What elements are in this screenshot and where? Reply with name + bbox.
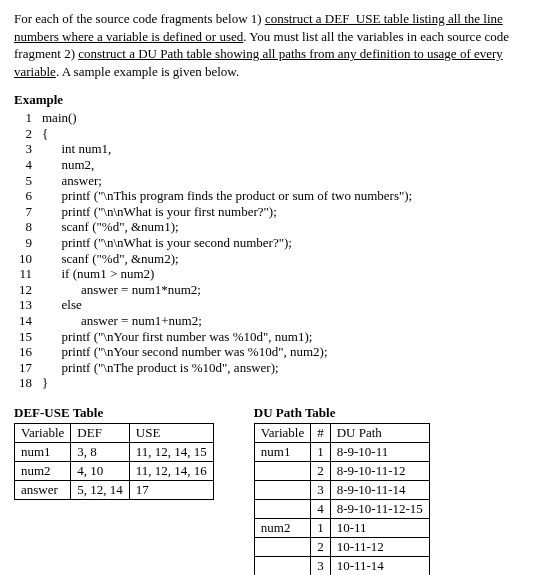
cell: 1 [311, 518, 331, 537]
code-text: num2, [42, 157, 416, 173]
table-header-row: Variable DEF USE [15, 423, 214, 442]
cell: 1 [311, 442, 331, 461]
instr-text: For each of the source code fragments be… [14, 11, 265, 26]
cell [254, 556, 310, 575]
cell [254, 499, 310, 518]
cell: 2 [311, 537, 331, 556]
table-row: 28-9-10-11-12 [254, 461, 429, 480]
cell: 11, 12, 14, 16 [129, 461, 213, 480]
cell: num1 [254, 442, 310, 461]
code-line: 4 num2, [14, 157, 416, 173]
code-text: if (num1 > num2) [42, 266, 416, 282]
code-text: printf ("\nThe product is %10d", answer)… [42, 360, 416, 376]
cell: answer [15, 480, 71, 499]
code-text: printf ("\n\nWhat is your second number?… [42, 235, 416, 251]
code-text: printf ("\n\nWhat is your first number?"… [42, 204, 416, 220]
code-text: printf ("\nThis program finds the produc… [42, 188, 416, 204]
cell: 8-9-10-11-12 [330, 461, 429, 480]
col-variable: Variable [254, 423, 310, 442]
code-line: 3 int num1, [14, 141, 416, 157]
cell: num1 [15, 442, 71, 461]
table-row: 210-11-12 [254, 537, 429, 556]
line-number: 15 [14, 329, 42, 345]
table-row: num24, 1011, 12, 14, 16 [15, 461, 214, 480]
code-line: 12 answer = num1*num2; [14, 282, 416, 298]
line-number: 14 [14, 313, 42, 329]
line-number: 2 [14, 126, 42, 142]
cell: num2 [254, 518, 310, 537]
code-text: answer = num1*num2; [42, 282, 416, 298]
code-line: 15 printf ("\nYour first number was %10d… [14, 329, 416, 345]
cell: 8-9-10-11-12-15 [330, 499, 429, 518]
cell: 3, 8 [71, 442, 130, 461]
col-dupath: DU Path [330, 423, 429, 442]
defuse-block: DEF-USE Table Variable DEF USE num13, 81… [14, 405, 214, 575]
code-line: 1main() [14, 110, 416, 126]
code-text: main() [42, 110, 416, 126]
instructions-paragraph: For each of the source code fragments be… [14, 10, 520, 80]
dupath-block: DU Path Table Variable # DU Path num118-… [254, 405, 430, 575]
table-row: 310-11-14 [254, 556, 429, 575]
cell: 2 [311, 461, 331, 480]
code-line: 7 printf ("\n\nWhat is your first number… [14, 204, 416, 220]
line-number: 7 [14, 204, 42, 220]
table-row: 48-9-10-11-12-15 [254, 499, 429, 518]
line-number: 8 [14, 219, 42, 235]
code-text: answer = num1+num2; [42, 313, 416, 329]
code-line: 17 printf ("\nThe product is %10d", answ… [14, 360, 416, 376]
line-number: 1 [14, 110, 42, 126]
cell: 4 [311, 499, 331, 518]
cell: num2 [15, 461, 71, 480]
code-line: 9 printf ("\n\nWhat is your second numbe… [14, 235, 416, 251]
table-header-row: Variable # DU Path [254, 423, 429, 442]
code-line: 5 answer; [14, 173, 416, 189]
defuse-title: DEF-USE Table [14, 405, 214, 421]
code-text: printf ("\nYour first number was %10d", … [42, 329, 416, 345]
code-text: int num1, [42, 141, 416, 157]
table-row: num2110-11 [254, 518, 429, 537]
line-number: 3 [14, 141, 42, 157]
cell: 17 [129, 480, 213, 499]
line-number: 16 [14, 344, 42, 360]
tables-container: DEF-USE Table Variable DEF USE num13, 81… [14, 405, 520, 575]
table-row: num118-9-10-11 [254, 442, 429, 461]
line-number: 17 [14, 360, 42, 376]
cell [254, 480, 310, 499]
line-number: 10 [14, 251, 42, 267]
cell: 10-11-12 [330, 537, 429, 556]
code-text: scanf ("%d", &num1); [42, 219, 416, 235]
cell: 5, 12, 14 [71, 480, 130, 499]
code-line: 13 else [14, 297, 416, 313]
code-text: } [42, 375, 416, 391]
table-row: 38-9-10-11-14 [254, 480, 429, 499]
example-heading: Example [14, 92, 520, 108]
code-text: answer; [42, 173, 416, 189]
code-line: 2{ [14, 126, 416, 142]
code-text: else [42, 297, 416, 313]
code-text: printf ("\nYour second number was %10d",… [42, 344, 416, 360]
code-line: 16 printf ("\nYour second number was %10… [14, 344, 416, 360]
code-line: 6 printf ("\nThis program finds the prod… [14, 188, 416, 204]
cell: 4, 10 [71, 461, 130, 480]
line-number: 9 [14, 235, 42, 251]
cell [254, 537, 310, 556]
cell: 8-9-10-11-14 [330, 480, 429, 499]
col-variable: Variable [15, 423, 71, 442]
cell: 3 [311, 480, 331, 499]
code-text: { [42, 126, 416, 142]
line-number: 18 [14, 375, 42, 391]
instr-text: . A sample example is given below. [56, 64, 239, 79]
code-listing: 1main() 2{ 3 int num1, 4 num2, 5 answer;… [14, 110, 416, 391]
table-row: num13, 811, 12, 14, 15 [15, 442, 214, 461]
line-number: 13 [14, 297, 42, 313]
code-line: 14 answer = num1+num2; [14, 313, 416, 329]
cell: 10-11-14 [330, 556, 429, 575]
line-number: 11 [14, 266, 42, 282]
code-line: 18} [14, 375, 416, 391]
col-use: USE [129, 423, 213, 442]
dupath-table: Variable # DU Path num118-9-10-11 28-9-1… [254, 423, 430, 575]
cell: 8-9-10-11 [330, 442, 429, 461]
line-number: 6 [14, 188, 42, 204]
table-row: answer5, 12, 1417 [15, 480, 214, 499]
code-text: scanf ("%d", &num2); [42, 251, 416, 267]
